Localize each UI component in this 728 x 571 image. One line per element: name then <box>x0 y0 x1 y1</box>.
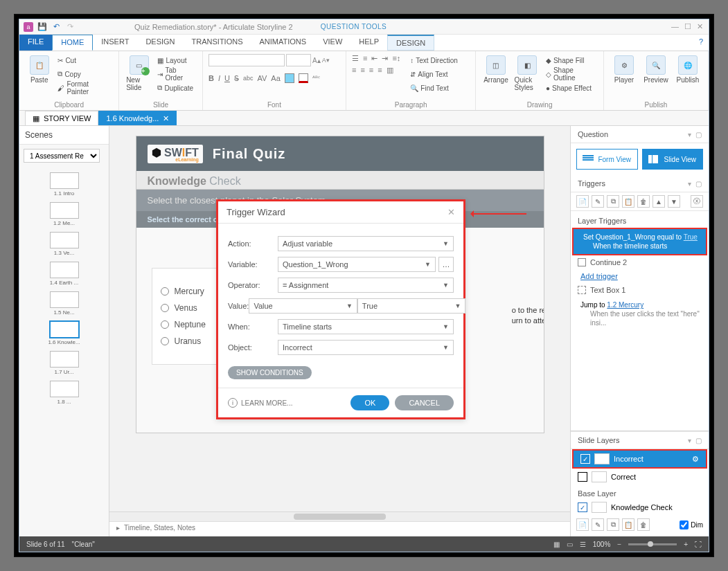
trigger-item[interactable]: Jump to 1.2 Mercury When the user clicks… <box>571 297 709 331</box>
indent-left-button[interactable]: ⇤ <box>371 54 378 63</box>
justify-button[interactable]: ≡ <box>378 66 382 75</box>
tab-insert[interactable]: INSERT <box>93 35 137 51</box>
panel-undock-icon[interactable]: ▢ <box>695 437 702 444</box>
visibility-checkbox[interactable]: ✓ <box>578 502 587 512</box>
trigger-object-continue[interactable]: Continue 2 <box>571 255 709 269</box>
font-size-select[interactable] <box>286 54 311 66</box>
cut-button[interactable]: ✂ Cut <box>56 54 113 66</box>
tab-current-slide[interactable]: 1.6 Knowledg...✕ <box>98 111 177 125</box>
slide-thumb[interactable]: 1.5 Ne... <box>24 291 105 316</box>
tab-animations[interactable]: ANIMATIONS <box>251 35 315 51</box>
operator-select[interactable]: = Assignment▼ <box>278 278 454 293</box>
layer-correct[interactable]: Correct <box>571 469 709 485</box>
tab-question-design[interactable]: DESIGN <box>387 35 434 51</box>
object-select[interactable]: Incorrect▼ <box>278 340 454 355</box>
tab-view[interactable]: VIEW <box>314 35 350 51</box>
variable-browse-button[interactable]: … <box>438 257 454 272</box>
tab-file[interactable]: FILE <box>19 35 52 51</box>
paste-trigger-button[interactable]: 📋 <box>622 195 634 208</box>
variable-select[interactable]: Question_1_Wrong▼ <box>278 257 436 272</box>
tab-story-view[interactable]: ▦STORY VIEW <box>25 111 98 125</box>
tab-home[interactable]: HOME <box>52 35 93 51</box>
delete-layer-button[interactable]: 🗑 <box>637 518 650 531</box>
help-icon[interactable]: ? <box>693 35 709 51</box>
add-trigger-link[interactable]: Add trigger <box>571 269 628 283</box>
copy-trigger-button[interactable]: ⧉ <box>607 195 619 208</box>
bold-button[interactable]: B <box>208 74 214 82</box>
maximize-icon[interactable]: ☐ <box>684 22 691 31</box>
visibility-checkbox[interactable] <box>578 472 587 482</box>
shadow-button[interactable]: abc <box>243 75 254 82</box>
view-grid-icon[interactable]: ▦ <box>553 541 560 548</box>
clear-format-button[interactable]: ᴬᴮᶜ <box>312 75 320 82</box>
variables-button[interactable]: ⓧ <box>691 195 703 208</box>
move-up-button[interactable]: ▲ <box>652 195 665 208</box>
save-icon[interactable]: 💾 <box>37 22 47 32</box>
shape-fill-button[interactable]: ◆ Shape Fill <box>544 54 598 66</box>
view-single-icon[interactable]: ▭ <box>567 541 573 548</box>
panel-menu-icon[interactable]: ▾ <box>688 437 691 444</box>
learn-more-link[interactable]: iLEARN MORE... <box>228 398 292 408</box>
edit-layer-button[interactable]: ✎ <box>592 518 604 531</box>
tab-design[interactable]: DESIGN <box>137 35 183 51</box>
grow-font-icon[interactable]: A▴ <box>312 57 321 64</box>
form-view-button[interactable]: Form View <box>576 149 638 170</box>
slide-thumb[interactable]: 1.3 Ve... <box>24 232 105 256</box>
timeline-expand[interactable]: ▸Timeline, States, Notes <box>109 522 570 534</box>
numbering-button[interactable]: ≡ <box>363 54 367 63</box>
layout-button[interactable]: ▦ Layout <box>156 54 196 66</box>
indent-right-button[interactable]: ⇥ <box>382 54 388 63</box>
font-color-button[interactable] <box>299 73 308 83</box>
minimize-icon[interactable]: — <box>671 22 679 31</box>
slide-thumb[interactable]: 1.4 Earth ... <box>24 262 105 286</box>
shrink-font-icon[interactable]: A▾ <box>322 57 330 64</box>
when-select[interactable]: Timeline starts▼ <box>278 319 454 334</box>
shape-outline-button[interactable]: ◇ Shape Outline <box>544 68 598 80</box>
copy-layer-button[interactable]: ⧉ <box>607 518 619 531</box>
slide-thumb[interactable]: 1.7 Ur... <box>24 351 105 375</box>
align-left-button[interactable]: ≡ <box>352 66 356 75</box>
trigger-item-selected[interactable]: Set Question_1_Wrong equal to True When … <box>572 228 707 255</box>
new-trigger-button[interactable]: 📄 <box>576 195 589 208</box>
align-right-button[interactable]: ≡ <box>369 66 373 75</box>
change-case-button[interactable]: Aa <box>271 74 280 82</box>
value-type-select[interactable]: Value▼ <box>249 298 357 314</box>
columns-button[interactable]: ▥ <box>387 66 393 75</box>
new-layer-button[interactable]: 📄 <box>576 518 589 531</box>
edit-trigger-button[interactable]: ✎ <box>592 195 604 208</box>
show-conditions-button[interactable]: SHOW CONDITIONS <box>228 366 312 379</box>
fit-icon[interactable]: ⛶ <box>695 541 702 548</box>
scene-selector[interactable]: 1 Assessment Re <box>24 149 100 163</box>
panel-undock-icon[interactable]: ▢ <box>695 131 702 138</box>
align-text-button[interactable]: ⇵ Align Text <box>409 68 459 80</box>
arrange-button[interactable]: ◫Arrange <box>481 54 510 85</box>
slide-thumb[interactable]: 1.1 Intro <box>24 172 105 197</box>
action-select[interactable]: Adjust variable▼ <box>278 236 454 251</box>
italic-button[interactable]: I <box>218 74 220 82</box>
cancel-button[interactable]: CANCEL <box>395 395 454 410</box>
copy-button[interactable]: ⧉ Copy <box>56 68 113 80</box>
visibility-checkbox[interactable]: ✓ <box>580 454 590 464</box>
new-slide-button[interactable]: ▭+New Slide <box>125 54 153 93</box>
find-text-button[interactable]: 🔍 Find Text <box>409 82 459 94</box>
format-painter-button[interactable]: 🖌 Format Painter <box>56 82 113 94</box>
char-spacing-button[interactable]: AV <box>257 74 267 82</box>
highlight-color-button[interactable] <box>285 73 294 83</box>
layer-base[interactable]: ✓ Knowledge Check <box>571 499 709 516</box>
paste-button[interactable]: 📋Paste <box>25 54 53 85</box>
zoom-out-icon[interactable]: − <box>617 541 621 548</box>
dim-checkbox[interactable]: Dim <box>680 520 703 529</box>
underline-button[interactable]: U <box>224 74 230 82</box>
value-select[interactable]: True▼ <box>357 298 465 314</box>
tab-transitions[interactable]: TRANSITIONS <box>184 35 251 51</box>
close-icon[interactable]: ✕ <box>697 22 703 31</box>
font-family-select[interactable] <box>208 54 285 66</box>
duplicate-button[interactable]: ⧉ Duplicate <box>156 82 196 94</box>
redo-icon[interactable]: ↷ <box>65 22 75 32</box>
player-button[interactable]: ⚙Player <box>610 54 639 85</box>
panel-menu-icon[interactable]: ▾ <box>688 131 691 138</box>
panel-undock-icon[interactable]: ▢ <box>695 180 702 188</box>
preview-button[interactable]: 🔍Preview <box>641 54 671 85</box>
align-center-button[interactable]: ≡ <box>360 66 364 75</box>
line-spacing-button[interactable]: ≡↕ <box>392 54 400 63</box>
